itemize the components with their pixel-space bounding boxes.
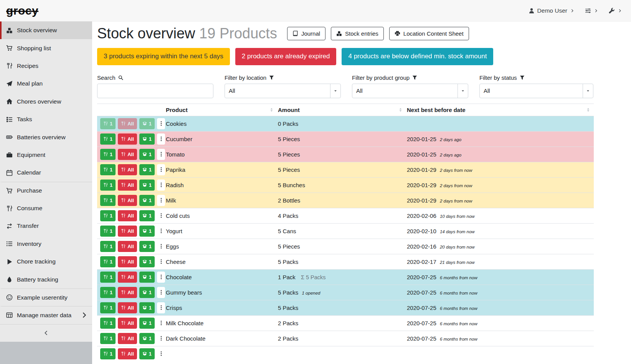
row-menu-button[interactable]: [157, 287, 165, 298]
product-group-filter-select[interactable]: All: [352, 84, 468, 98]
row-menu-button[interactable]: [157, 164, 165, 175]
sidebar-item-chore-tracking[interactable]: Chore tracking: [0, 253, 92, 270]
expired-products-banner[interactable]: 2 products are already expired: [235, 48, 337, 65]
open-one-button[interactable]: 1: [139, 287, 155, 298]
row-menu-button[interactable]: [157, 133, 165, 145]
consume-all-button[interactable]: All: [118, 256, 137, 267]
open-one-button[interactable]: 1: [139, 256, 155, 267]
consume-all-button[interactable]: All: [118, 333, 137, 344]
consume-one-button[interactable]: 1: [100, 318, 116, 329]
sidebar-item-batteries-overview[interactable]: Batteries overview: [0, 128, 92, 146]
consume-one-button[interactable]: 1: [100, 241, 116, 252]
consume-one-button[interactable]: 1: [100, 118, 116, 129]
column-header-next-best-before-date[interactable]: Next best before date: [406, 104, 594, 116]
row-menu-button[interactable]: [157, 118, 165, 129]
consume-all-button[interactable]: All: [118, 241, 137, 252]
consume-one-button[interactable]: 1: [100, 226, 116, 237]
sidebar-item-example-userentity[interactable]: Example userentity: [0, 288, 92, 306]
sidebar-item-battery-tracking[interactable]: Battery tracking: [0, 270, 92, 288]
sidebar-item-stock-overview[interactable]: Stock overview: [0, 21, 92, 39]
row-menu-button[interactable]: [157, 333, 165, 344]
open-one-button[interactable]: 1: [139, 348, 155, 359]
boxes-icon: [336, 31, 342, 36]
sidebar-item-consume[interactable]: Consume: [0, 199, 92, 217]
consume-one-button[interactable]: 1: [100, 210, 116, 221]
consume-one-button[interactable]: 1: [100, 287, 116, 298]
open-one-button[interactable]: 1: [139, 241, 155, 252]
search-input[interactable]: [97, 84, 213, 98]
row-menu-button[interactable]: [157, 195, 165, 206]
open-one-button[interactable]: 1: [139, 195, 155, 206]
row-menu-button[interactable]: [157, 272, 165, 283]
open-one-button[interactable]: 1: [139, 318, 155, 329]
column-header-amount[interactable]: Amount: [277, 104, 406, 116]
consume-all-button[interactable]: All: [118, 180, 137, 191]
open-one-button[interactable]: 1: [139, 210, 155, 221]
sidebar-item-manage-master-data[interactable]: Manage master data: [0, 306, 92, 324]
open-one-button[interactable]: 1: [139, 272, 155, 283]
consume-all-button[interactable]: All: [118, 226, 137, 237]
open-one-button[interactable]: 1: [139, 226, 155, 237]
consume-all-button[interactable]: All: [118, 149, 137, 160]
expiring-products-banner[interactable]: 3 products expiring within the next 5 da…: [97, 48, 230, 65]
row-menu-button[interactable]: [157, 180, 165, 191]
open-one-button[interactable]: 1: [139, 149, 155, 160]
below-min-stock-banner[interactable]: 4 products are below defined min. stock …: [342, 48, 493, 65]
open-one-button[interactable]: 1: [139, 302, 155, 313]
sidebar-item-meal-plan[interactable]: Meal plan: [0, 75, 92, 92]
consume-all-button[interactable]: All: [118, 133, 137, 145]
journal-button[interactable]: Journal: [287, 27, 325, 40]
status-filter-select[interactable]: All: [479, 84, 593, 98]
consume-one-button[interactable]: 1: [100, 302, 116, 313]
consume-all-button[interactable]: All: [118, 287, 137, 298]
consume-one-button[interactable]: 1: [100, 180, 116, 191]
consume-one-button[interactable]: 1: [100, 133, 116, 145]
consume-one-button[interactable]: 1: [100, 272, 116, 283]
consume-all-button[interactable]: All: [118, 118, 137, 129]
consume-one-button[interactable]: 1: [100, 149, 116, 160]
row-menu-button[interactable]: [157, 226, 165, 237]
row-menu-button[interactable]: [157, 149, 165, 160]
consume-one-button[interactable]: 1: [100, 256, 116, 267]
open-one-button[interactable]: 1: [139, 333, 155, 344]
row-menu-button[interactable]: [157, 348, 165, 359]
sidebar-item-shopping-list[interactable]: Shopping list: [0, 39, 92, 57]
consume-one-button[interactable]: 1: [100, 333, 116, 344]
consume-one-button[interactable]: 1: [100, 348, 116, 359]
consume-all-button[interactable]: All: [118, 272, 137, 283]
consume-all-button[interactable]: All: [118, 318, 137, 329]
location-content-sheet-button[interactable]: Location Content Sheet: [389, 27, 469, 40]
app-logo[interactable]: grocy: [6, 4, 38, 17]
column-header-product[interactable]: Product: [165, 104, 277, 116]
sidebar-item-chores-overview[interactable]: Chores overview: [0, 93, 92, 110]
sidebar-item-purchase[interactable]: Purchase: [0, 182, 92, 199]
location-filter-select[interactable]: All: [225, 84, 341, 98]
user-menu[interactable]: Demo User: [529, 7, 574, 14]
open-one-button[interactable]: 1: [139, 180, 155, 191]
sidebar-item-tasks[interactable]: Tasks: [0, 110, 92, 128]
admin-menu[interactable]: [609, 8, 622, 14]
settings-menu[interactable]: [585, 8, 598, 14]
open-one-button[interactable]: 1: [139, 133, 155, 145]
row-menu-button[interactable]: [157, 256, 165, 267]
consume-one-button[interactable]: 1: [100, 164, 116, 175]
sidebar-item-transfer[interactable]: Transfer: [0, 217, 92, 235]
consume-all-button[interactable]: All: [118, 302, 137, 313]
open-one-button[interactable]: 1: [139, 118, 155, 129]
row-menu-button[interactable]: [157, 318, 165, 329]
sidebar-collapse-button[interactable]: [0, 324, 92, 342]
consume-one-button[interactable]: 1: [100, 195, 116, 206]
consume-all-button[interactable]: All: [118, 210, 137, 221]
consume-all-button[interactable]: All: [118, 348, 137, 359]
sidebar-item-calendar[interactable]: Calendar: [0, 164, 92, 181]
consume-all-button[interactable]: All: [118, 195, 137, 206]
row-menu-button[interactable]: [157, 210, 165, 221]
row-menu-button[interactable]: [157, 302, 165, 313]
consume-all-button[interactable]: All: [118, 164, 137, 175]
stock-entries-button[interactable]: Stock entries: [331, 27, 384, 40]
open-one-button[interactable]: 1: [139, 164, 155, 175]
row-menu-button[interactable]: [157, 241, 165, 252]
sidebar-item-recipes[interactable]: Recipes: [0, 57, 92, 75]
sidebar-item-equipment[interactable]: Equipment: [0, 146, 92, 164]
sidebar-item-inventory[interactable]: Inventory: [0, 235, 92, 253]
